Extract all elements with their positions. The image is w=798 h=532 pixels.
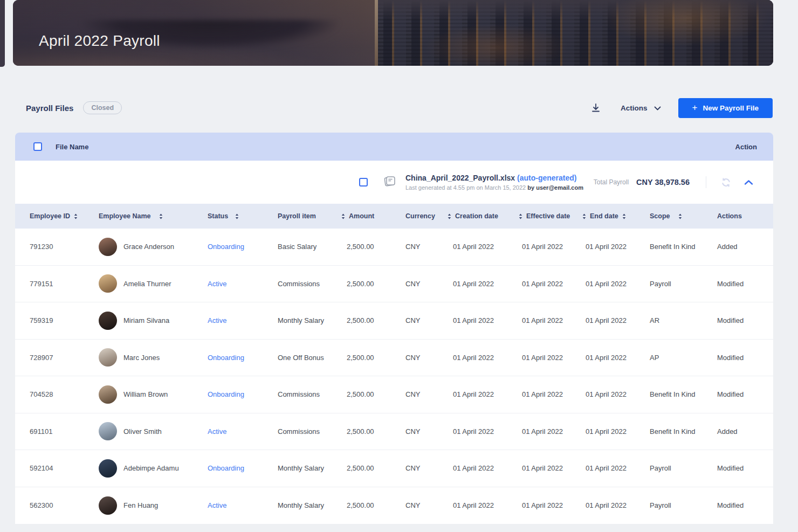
avatar <box>99 274 117 293</box>
last-generated-text: Last generated at 4.55 pm on March 15, 2… <box>405 184 527 191</box>
table-row[interactable]: 691101 Oliver Smith Active Commissions 2… <box>15 413 773 451</box>
effective-date-cell: 01 April 2022 <box>519 280 582 288</box>
employee-name: Oliver Smith <box>123 427 162 436</box>
select-all-checkbox[interactable] <box>33 142 42 151</box>
currency-cell: CNY <box>405 280 448 288</box>
currency-cell: CNY <box>405 464 448 472</box>
end-date-cell: 01 April 2022 <box>582 427 650 436</box>
effective-date-cell: 01 April 2022 <box>519 316 582 324</box>
effective-date-cell: 01 April 2022 <box>519 390 582 398</box>
table-row[interactable]: 562300 Fen Huang Active Monthly Salary 2… <box>15 487 773 524</box>
column-actions: Actions <box>717 212 773 220</box>
toolbar-actions: Actions + New Payroll File <box>589 98 773 118</box>
actions-label: Actions <box>621 104 648 112</box>
payroll-item-cell: Commissions <box>278 390 341 398</box>
end-date-cell: 01 April 2022 <box>582 243 650 251</box>
currency-cell: CNY <box>405 390 448 398</box>
new-payroll-file-button[interactable]: + New Payroll File <box>678 98 773 118</box>
column-status: Status <box>208 212 278 220</box>
sort-icon[interactable] <box>159 213 163 219</box>
status-link[interactable]: Active <box>208 316 278 324</box>
creation-date-cell: 01 April 2022 <box>448 464 519 472</box>
download-icon[interactable] <box>589 101 602 114</box>
table-row[interactable]: 779151 Amelia Thurner Active Commissions… <box>15 266 773 303</box>
scope-cell: Benefit In Kind <box>650 390 717 398</box>
table-row[interactable]: 791230 Grace Anderson Onboarding Basic S… <box>15 229 773 266</box>
status-link[interactable]: Active <box>208 501 278 509</box>
refresh-icon[interactable] <box>719 176 732 189</box>
employee-id-cell: 592104 <box>30 464 99 472</box>
payroll-item-cell: Monthly Salary <box>278 501 341 509</box>
sort-icon[interactable] <box>622 213 626 219</box>
payroll-item-cell: Basic Salary <box>278 243 341 251</box>
employee-table-header: Employee ID Employee Name Status Payroll… <box>15 204 773 229</box>
employee-name: William Brown <box>123 390 168 398</box>
employee-name-cell: Oliver Smith <box>99 422 208 440</box>
action-cell: Modified <box>717 354 773 362</box>
status-link[interactable]: Onboarding <box>208 464 278 472</box>
amount-cell: 2,500.00 <box>341 390 405 398</box>
status-link[interactable]: Onboarding <box>208 390 278 398</box>
column-effective-date: Effective date <box>519 212 582 220</box>
table-row[interactable]: 704528 William Brown Onboarding Commissi… <box>15 376 773 413</box>
end-date-cell: 01 April 2022 <box>582 501 650 509</box>
creation-date-cell: 01 April 2022 <box>448 390 519 398</box>
column-creation-date: Creation date <box>448 212 519 220</box>
sort-icon[interactable] <box>582 213 586 219</box>
sort-icon[interactable] <box>235 213 239 219</box>
currency-cell: CNY <box>405 354 448 362</box>
status-link[interactable]: Onboarding <box>208 354 278 362</box>
table-row[interactable]: 592104 Adebimpe Adamu Onboarding Monthly… <box>15 450 773 487</box>
sort-icon[interactable] <box>448 213 451 219</box>
effective-date-cell: 01 April 2022 <box>519 501 582 509</box>
sort-icon[interactable] <box>678 213 682 219</box>
employee-name-cell: Amelia Thurner <box>99 274 208 293</box>
amount-cell: 2,500.00 <box>341 464 405 472</box>
hero-banner: April 2022 Payroll <box>13 0 773 66</box>
employee-id-cell: 691101 <box>30 427 99 436</box>
column-amount: Amount <box>341 212 405 220</box>
employee-id-cell: 728907 <box>30 354 99 362</box>
creation-date-cell: 01 April 2022 <box>448 243 519 251</box>
actions-menu-button[interactable]: Actions <box>621 103 661 113</box>
file-checkbox[interactable] <box>359 178 368 186</box>
payroll-item-cell: Commissions <box>278 427 341 436</box>
employee-id-cell: 562300 <box>30 501 99 509</box>
column-end-date: End date <box>582 212 650 220</box>
effective-date-cell: 01 April 2022 <box>519 427 582 436</box>
table-row[interactable]: 759319 Miriam Silvana Active Monthly Sal… <box>15 302 773 340</box>
column-employee-id: Employee ID <box>30 212 99 220</box>
status-link[interactable]: Onboarding <box>208 243 278 251</box>
section-title: Payroll Files <box>26 103 73 113</box>
creation-date-cell: 01 April 2022 <box>448 354 519 362</box>
payroll-item-cell: Monthly Salary <box>278 316 341 324</box>
scope-cell: Payroll <box>650 464 717 472</box>
payroll-file-row[interactable]: China_April_2022_Payroll.xlsx (auto-gene… <box>15 161 773 204</box>
sort-icon[interactable] <box>519 213 522 219</box>
file-table-header: File Name Action <box>15 133 773 161</box>
scope-cell: Benefit In Kind <box>650 243 717 251</box>
employee-name-cell: William Brown <box>99 385 208 404</box>
action-cell: Modified <box>717 464 773 472</box>
employee-name: Miriam Silvana <box>123 316 169 324</box>
table-row[interactable]: 728907 Marc Jones Onboarding One Off Bon… <box>15 340 773 377</box>
amount-cell: 2,500.00 <box>341 427 405 436</box>
status-link[interactable]: Active <box>208 280 278 288</box>
amount-cell: 2,500.00 <box>341 280 405 288</box>
file-name[interactable]: China_April_2022_Payroll.xlsx <box>405 174 515 182</box>
avatar <box>99 312 117 330</box>
collapse-chevron-up-icon[interactable] <box>742 176 755 189</box>
payroll-page: April 2022 Payroll Payroll Files Closed … <box>0 0 798 532</box>
toolbar: Payroll Files Closed Actions + New Payro… <box>26 98 773 118</box>
sort-icon[interactable] <box>74 213 78 219</box>
effective-date-cell: 01 April 2022 <box>519 464 582 472</box>
end-date-cell: 01 April 2022 <box>582 316 650 324</box>
creation-date-cell: 01 April 2022 <box>448 316 519 324</box>
end-date-cell: 01 April 2022 <box>582 390 650 398</box>
auto-generated-tag: (auto-generated) <box>517 174 576 182</box>
employee-name: Fen Huang <box>123 501 158 509</box>
status-link[interactable]: Active <box>208 427 278 436</box>
creation-date-cell: 01 April 2022 <box>448 280 519 288</box>
sort-icon[interactable] <box>341 213 345 219</box>
scope-cell: AR <box>650 316 717 324</box>
